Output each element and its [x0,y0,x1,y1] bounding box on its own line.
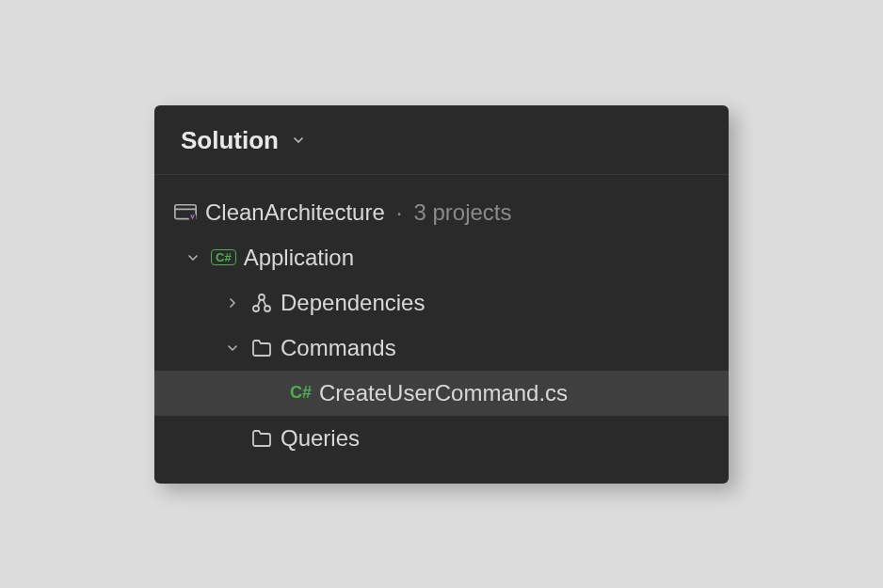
panel-title: Solution [181,126,279,155]
folder-icon [250,338,273,358]
dependencies-row[interactable]: Dependencies [154,280,729,326]
project-application-row[interactable]: C# Application [154,235,729,280]
svg-point-6 [265,306,270,311]
chevron-down-icon[interactable] [222,338,243,358]
folder-icon [250,428,273,449]
chevron-down-icon[interactable] [183,247,203,268]
solution-explorer-panel: Solution CleanArchitecture · 3 projects [154,105,729,484]
folder-label: Commands [281,335,396,361]
queries-folder-row[interactable]: Queries [154,416,729,461]
csharp-project-icon: C# [211,249,236,265]
commands-folder-row[interactable]: Commands [154,326,729,371]
project-label: Application [244,245,354,271]
create-user-command-row[interactable]: C# CreateUserCommand.cs [154,371,729,416]
separator-dot: · [393,199,407,226]
chevron-right-icon[interactable] [222,293,243,313]
dependencies-label: Dependencies [281,290,425,316]
csharp-file-icon: C# [290,383,312,403]
svg-line-7 [258,299,261,306]
solution-row[interactable]: CleanArchitecture · 3 projects [154,190,729,235]
svg-line-8 [264,299,266,306]
file-label: CreateUserCommand.cs [319,380,568,406]
solution-tree: CleanArchitecture · 3 projects C# Applic… [154,175,729,484]
svg-point-4 [259,294,265,300]
solution-name: CleanArchitecture [205,199,385,226]
project-count: 3 projects [413,199,511,226]
svg-point-5 [253,306,259,311]
svg-point-3 [192,215,193,216]
panel-header[interactable]: Solution [154,105,729,175]
solution-icon [173,202,198,223]
dependencies-icon [250,292,273,314]
chevron-down-icon [290,132,307,149]
folder-label: Queries [281,425,360,452]
